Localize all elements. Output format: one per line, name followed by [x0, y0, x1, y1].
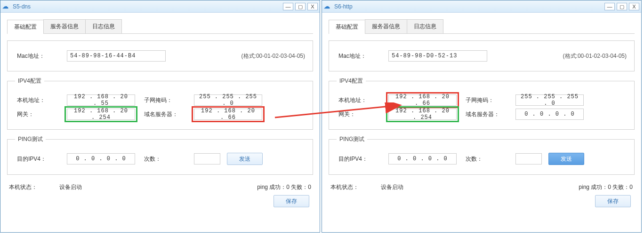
window-title: S6-http: [334, 3, 604, 10]
tab-basic[interactable]: 基础配置: [329, 20, 365, 34]
gateway-input[interactable]: 192 . 168 . 20 . 254: [67, 109, 135, 120]
mask-label: 子网掩码：: [142, 96, 178, 104]
ping-legend: PING测试: [337, 135, 367, 143]
titlebar[interactable]: ☁ S5-dns — ▢ X: [0, 0, 320, 13]
window-s6-http: ☁ S6-http — ▢ X 基础配置 服务器信息 日志信息 Mac地址： 5…: [322, 0, 642, 233]
dns-label: 域名服务器：: [142, 110, 183, 118]
minimize-button[interactable]: —: [604, 3, 615, 10]
tab-basic[interactable]: 基础配置: [7, 20, 44, 34]
status-text: 设备启动: [381, 184, 403, 190]
gateway-label: 网关：: [337, 110, 372, 118]
gateway-label: 网关：: [15, 110, 51, 118]
ipv4-fieldset: IPV4配置 本机地址： 192 . 168 . 20 . 55 子网掩码： 2…: [7, 77, 313, 130]
mask-input[interactable]: 255 . 255 . 255 . 0: [194, 94, 262, 106]
status-label: 本机状态： 设备启动: [9, 183, 82, 191]
ip-label: 本机地址：: [15, 96, 51, 104]
dns-input[interactable]: 0 . 0 . 0 . 0: [515, 109, 584, 120]
ping-fieldset: PING测试 目的IPV4： 0 . 0 . 0 . 0 次数： 发送: [7, 135, 313, 175]
ping-count-input[interactable]: [194, 153, 220, 164]
tab-server[interactable]: 服务器信息: [365, 19, 407, 33]
ipv4-legend: IPV4配置: [337, 77, 366, 85]
mac-format-note: (格式:00-01-02-03-04-05): [242, 52, 305, 60]
mask-label: 子网掩码：: [464, 96, 499, 104]
ping-send-button[interactable]: 发送: [548, 153, 584, 165]
ip-label: 本机地址：: [337, 96, 372, 104]
mac-format-note: (格式:00-01-02-03-04-05): [563, 52, 627, 60]
tab-server[interactable]: 服务器信息: [43, 19, 86, 33]
tab-log[interactable]: 日志信息: [85, 19, 122, 33]
mac-input[interactable]: 54-89-98-D0-52-13: [388, 50, 487, 62]
dns-label: 域名服务器：: [464, 110, 504, 118]
titlebar[interactable]: ☁ S6-http — ▢ X: [322, 0, 641, 13]
mac-fieldset: Mac地址： 54-89-98-D0-52-13 (格式:00-01-02-03…: [329, 40, 635, 71]
ping-legend: PING测试: [15, 135, 46, 143]
ping-count-label: 次数：: [142, 155, 166, 163]
ping-result: ping 成功：0 失败：0: [257, 183, 311, 191]
tabs: 基础配置 服务器信息 日志信息: [329, 19, 635, 34]
status-row: 本机状态： 设备启动 ping 成功：0 失败：0: [7, 180, 313, 191]
ipv4-legend: IPV4配置: [15, 77, 44, 85]
window-s5-dns: ☁ S5-dns — ▢ X 基础配置 服务器信息 日志信息 Mac地址： 54…: [0, 0, 320, 233]
status-text: 设备启动: [59, 184, 82, 190]
content: 基础配置 服务器信息 日志信息 Mac地址： 54-89-98-16-44-B4…: [0, 13, 320, 232]
window-buttons: — ▢ X: [604, 3, 639, 10]
close-button[interactable]: X: [629, 3, 639, 10]
window-buttons: — ▢ X: [283, 3, 318, 10]
status-label: 本机状态： 设备启动: [330, 183, 403, 191]
window-title: S5-dns: [13, 3, 283, 10]
minimize-button[interactable]: —: [283, 3, 293, 10]
ping-dest-input[interactable]: 0 . 0 . 0 . 0: [67, 153, 135, 164]
mac-fieldset: Mac地址： 54-89-98-16-44-B4 (格式:00-01-02-03…: [7, 40, 313, 71]
ip-input[interactable]: 192 . 168 . 20 . 66: [388, 94, 457, 106]
dns-input[interactable]: 192 . 168 . 20 . 66: [194, 109, 262, 120]
app-icon: ☁: [2, 3, 10, 10]
tab-log[interactable]: 日志信息: [407, 19, 443, 33]
mask-input[interactable]: 255 . 255 . 255 . 0: [515, 94, 584, 106]
ping-send-button[interactable]: 发送: [227, 153, 263, 165]
ping-count-input[interactable]: [515, 153, 542, 164]
status-row: 本机状态： 设备启动 ping 成功：0 失败：0: [329, 180, 635, 191]
ipv4-fieldset: IPV4配置 本机地址： 192 . 168 . 20 . 66 子网掩码： 2…: [329, 77, 635, 130]
ping-count-label: 次数：: [464, 155, 487, 163]
ping-dest-label: 目的IPV4：: [15, 155, 51, 163]
ip-input[interactable]: 192 . 168 . 20 . 55: [67, 94, 135, 106]
ping-result: ping 成功：0 失败：0: [579, 183, 633, 191]
save-button[interactable]: 保存: [274, 195, 309, 207]
tabs: 基础配置 服务器信息 日志信息: [7, 19, 313, 34]
ping-dest-input[interactable]: 0 . 0 . 0 . 0: [388, 153, 457, 164]
maximize-button[interactable]: ▢: [617, 3, 627, 10]
close-button[interactable]: X: [307, 3, 318, 10]
gateway-input[interactable]: 192 . 168 . 20 . 254: [388, 109, 457, 120]
ping-fieldset: PING测试 目的IPV4： 0 . 0 . 0 . 0 次数： 发送: [329, 135, 635, 175]
maximize-button[interactable]: ▢: [295, 3, 306, 10]
app-icon: ☁: [324, 3, 331, 10]
content: 基础配置 服务器信息 日志信息 Mac地址： 54-89-98-D0-52-13…: [322, 13, 641, 232]
mac-label: Mac地址：: [337, 52, 372, 60]
mac-label: Mac地址：: [15, 52, 51, 60]
mac-input[interactable]: 54-89-98-16-44-B4: [67, 50, 166, 62]
save-button[interactable]: 保存: [595, 195, 631, 207]
ping-dest-label: 目的IPV4：: [337, 155, 372, 163]
